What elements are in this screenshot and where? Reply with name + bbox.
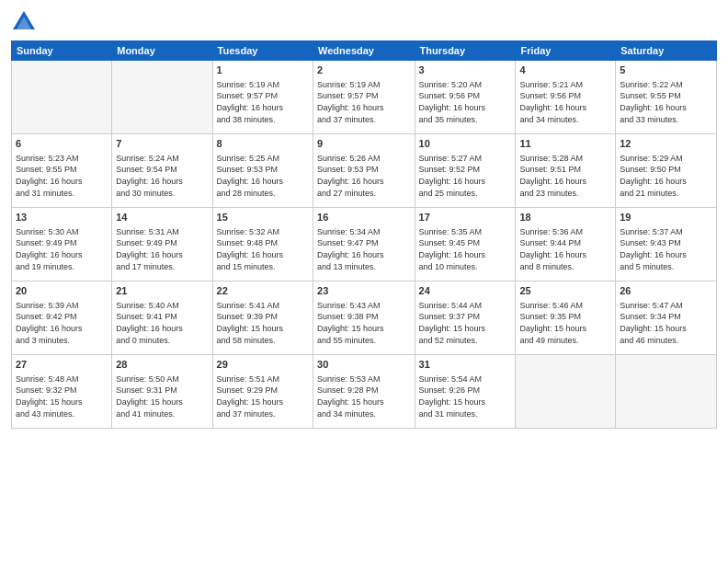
day-number: 2: [317, 63, 411, 77]
day-info: Sunrise: 5:27 AM Sunset: 9:52 PM Dayligh…: [419, 153, 512, 199]
day-number: 12: [620, 137, 712, 151]
day-info: Sunrise: 5:51 AM Sunset: 9:29 PM Dayligh…: [217, 373, 309, 419]
day-number: 23: [317, 284, 411, 298]
day-info: Sunrise: 5:21 AM Sunset: 9:56 PM Dayligh…: [519, 79, 611, 125]
day-number: 21: [116, 284, 208, 298]
day-number: 19: [620, 211, 712, 224]
day-info: Sunrise: 5:26 AM Sunset: 9:53 PM Dayligh…: [317, 153, 411, 199]
day-cell: 14Sunrise: 5:31 AM Sunset: 9:49 PM Dayli…: [112, 208, 212, 282]
day-number: 8: [217, 137, 309, 151]
day-number: 22: [217, 284, 309, 298]
day-cell: 23Sunrise: 5:43 AM Sunset: 9:38 PM Dayli…: [313, 282, 415, 355]
day-cell: [12, 61, 112, 134]
day-cell: 4Sunrise: 5:21 AM Sunset: 9:56 PM Daylig…: [516, 61, 616, 134]
day-info: Sunrise: 5:37 AM Sunset: 9:43 PM Dayligh…: [620, 226, 712, 272]
day-cell: 11Sunrise: 5:28 AM Sunset: 9:51 PM Dayli…: [516, 134, 616, 208]
day-info: Sunrise: 5:50 AM Sunset: 9:31 PM Dayligh…: [116, 373, 208, 419]
day-number: 1: [217, 63, 309, 77]
day-info: Sunrise: 5:44 AM Sunset: 9:37 PM Dayligh…: [419, 300, 512, 346]
page: SundayMondayTuesdayWednesdayThursdayFrid…: [0, 0, 728, 563]
day-info: Sunrise: 5:25 AM Sunset: 9:53 PM Dayligh…: [217, 153, 309, 199]
day-number: 6: [16, 137, 108, 151]
day-number: 17: [419, 211, 512, 224]
day-info: Sunrise: 5:24 AM Sunset: 9:54 PM Dayligh…: [116, 153, 208, 199]
day-number: 10: [419, 137, 512, 151]
day-cell: 25Sunrise: 5:46 AM Sunset: 9:35 PM Dayli…: [516, 282, 616, 355]
day-number: 13: [16, 211, 108, 224]
day-info: Sunrise: 5:35 AM Sunset: 9:45 PM Dayligh…: [419, 226, 512, 272]
day-info: Sunrise: 5:39 AM Sunset: 9:42 PM Dayligh…: [16, 300, 108, 346]
day-cell: 27Sunrise: 5:48 AM Sunset: 9:32 PM Dayli…: [12, 355, 112, 429]
logo: [11, 9, 40, 35]
week-row-3: 13Sunrise: 5:30 AM Sunset: 9:49 PM Dayli…: [12, 208, 717, 282]
day-cell: 15Sunrise: 5:32 AM Sunset: 9:48 PM Dayli…: [212, 208, 313, 282]
day-info: Sunrise: 5:36 AM Sunset: 9:44 PM Dayligh…: [519, 226, 611, 272]
day-info: Sunrise: 5:28 AM Sunset: 9:51 PM Dayligh…: [519, 153, 611, 199]
week-row-2: 6Sunrise: 5:23 AM Sunset: 9:55 PM Daylig…: [12, 134, 717, 208]
day-number: 18: [519, 211, 611, 224]
day-number: 14: [116, 211, 208, 224]
day-number: 24: [419, 284, 512, 298]
day-number: 31: [419, 358, 512, 372]
week-row-1: 1Sunrise: 5:19 AM Sunset: 9:57 PM Daylig…: [12, 61, 717, 134]
day-cell: 26Sunrise: 5:47 AM Sunset: 9:34 PM Dayli…: [616, 282, 717, 355]
day-info: Sunrise: 5:46 AM Sunset: 9:35 PM Dayligh…: [519, 300, 611, 346]
day-cell: 28Sunrise: 5:50 AM Sunset: 9:31 PM Dayli…: [112, 355, 212, 429]
day-number: 26: [620, 284, 712, 298]
day-info: Sunrise: 5:41 AM Sunset: 9:39 PM Dayligh…: [217, 300, 309, 346]
day-cell: 8Sunrise: 5:25 AM Sunset: 9:53 PM Daylig…: [212, 134, 313, 208]
day-cell: 3Sunrise: 5:20 AM Sunset: 9:56 PM Daylig…: [415, 61, 516, 134]
weekday-header-thursday: Thursday: [415, 41, 516, 61]
logo-icon: [11, 9, 37, 35]
day-number: 11: [519, 137, 611, 151]
day-cell: [112, 61, 212, 134]
day-info: Sunrise: 5:19 AM Sunset: 9:57 PM Dayligh…: [317, 79, 411, 125]
day-info: Sunrise: 5:20 AM Sunset: 9:56 PM Dayligh…: [419, 79, 512, 125]
day-info: Sunrise: 5:31 AM Sunset: 9:49 PM Dayligh…: [116, 226, 208, 272]
day-number: 9: [317, 137, 411, 151]
day-cell: 16Sunrise: 5:34 AM Sunset: 9:47 PM Dayli…: [313, 208, 415, 282]
weekday-header-wednesday: Wednesday: [313, 41, 415, 61]
day-cell: [516, 355, 616, 429]
day-cell: 10Sunrise: 5:27 AM Sunset: 9:52 PM Dayli…: [415, 134, 516, 208]
day-number: 5: [620, 63, 712, 77]
day-cell: 22Sunrise: 5:41 AM Sunset: 9:39 PM Dayli…: [212, 282, 313, 355]
day-info: Sunrise: 5:40 AM Sunset: 9:41 PM Dayligh…: [116, 300, 208, 346]
weekday-header-tuesday: Tuesday: [212, 41, 313, 61]
day-cell: 19Sunrise: 5:37 AM Sunset: 9:43 PM Dayli…: [616, 208, 717, 282]
header: [11, 9, 717, 35]
day-cell: 13Sunrise: 5:30 AM Sunset: 9:49 PM Dayli…: [12, 208, 112, 282]
day-cell: 30Sunrise: 5:53 AM Sunset: 9:28 PM Dayli…: [313, 355, 415, 429]
day-cell: 17Sunrise: 5:35 AM Sunset: 9:45 PM Dayli…: [415, 208, 516, 282]
day-info: Sunrise: 5:29 AM Sunset: 9:50 PM Dayligh…: [620, 153, 712, 199]
day-cell: 5Sunrise: 5:22 AM Sunset: 9:55 PM Daylig…: [616, 61, 717, 134]
week-row-5: 27Sunrise: 5:48 AM Sunset: 9:32 PM Dayli…: [12, 355, 717, 429]
day-number: 3: [419, 63, 512, 77]
day-number: 15: [217, 211, 309, 224]
day-cell: 24Sunrise: 5:44 AM Sunset: 9:37 PM Dayli…: [415, 282, 516, 355]
weekday-header-friday: Friday: [516, 41, 616, 61]
weekday-header-monday: Monday: [112, 41, 212, 61]
weekday-header-row: SundayMondayTuesdayWednesdayThursdayFrid…: [12, 41, 717, 61]
day-number: 28: [116, 358, 208, 372]
day-cell: 7Sunrise: 5:24 AM Sunset: 9:54 PM Daylig…: [112, 134, 212, 208]
day-info: Sunrise: 5:32 AM Sunset: 9:48 PM Dayligh…: [217, 226, 309, 272]
day-info: Sunrise: 5:53 AM Sunset: 9:28 PM Dayligh…: [317, 373, 411, 419]
weekday-header-sunday: Sunday: [12, 41, 112, 61]
week-row-4: 20Sunrise: 5:39 AM Sunset: 9:42 PM Dayli…: [12, 282, 717, 355]
day-cell: 9Sunrise: 5:26 AM Sunset: 9:53 PM Daylig…: [313, 134, 415, 208]
day-info: Sunrise: 5:19 AM Sunset: 9:57 PM Dayligh…: [217, 79, 309, 125]
day-cell: 12Sunrise: 5:29 AM Sunset: 9:50 PM Dayli…: [616, 134, 717, 208]
day-number: 30: [317, 358, 411, 372]
weekday-header-saturday: Saturday: [616, 41, 717, 61]
day-number: 27: [16, 358, 108, 372]
day-number: 4: [519, 63, 611, 77]
day-number: 7: [116, 137, 208, 151]
day-number: 16: [317, 211, 411, 224]
day-cell: 6Sunrise: 5:23 AM Sunset: 9:55 PM Daylig…: [12, 134, 112, 208]
day-info: Sunrise: 5:34 AM Sunset: 9:47 PM Dayligh…: [317, 226, 411, 272]
day-info: Sunrise: 5:30 AM Sunset: 9:49 PM Dayligh…: [16, 226, 108, 272]
day-info: Sunrise: 5:47 AM Sunset: 9:34 PM Dayligh…: [620, 300, 712, 346]
day-info: Sunrise: 5:48 AM Sunset: 9:32 PM Dayligh…: [16, 373, 108, 419]
day-cell: 18Sunrise: 5:36 AM Sunset: 9:44 PM Dayli…: [516, 208, 616, 282]
